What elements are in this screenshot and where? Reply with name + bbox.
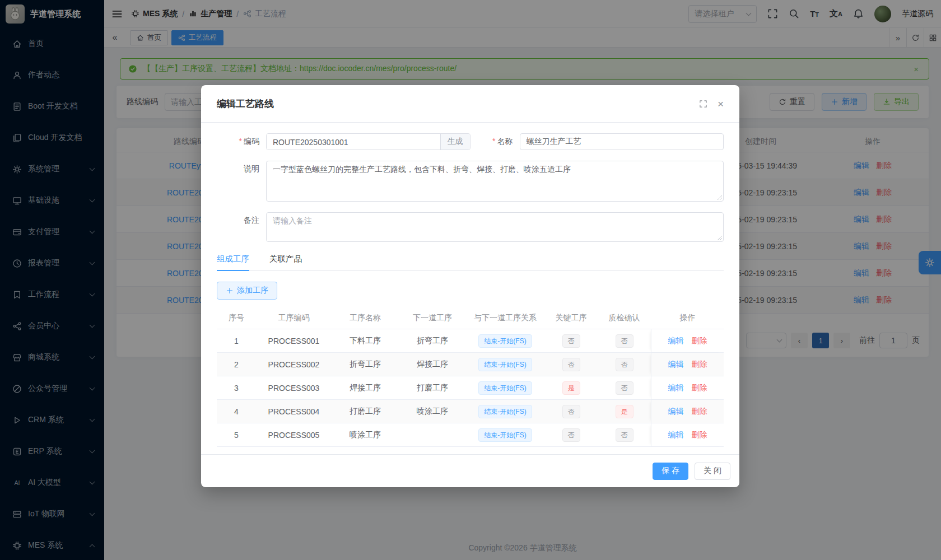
key-process-tag: 否 — [562, 334, 580, 348]
dialog-fullscreen-icon[interactable] — [699, 100, 707, 108]
app-root: 芋道管理系统 首页 作者动态 Boot 开发文档 Cloud 开发文档 系统管理… — [0, 0, 941, 560]
process-name: 喷涂工序 — [332, 430, 399, 440]
dialog-tabs: 组成工序 关联产品 — [217, 254, 724, 271]
process-row: 4 PROCESS004 打磨工序 喷涂工序 结束-开始(FS) 否 是 编辑删… — [217, 400, 724, 423]
delete-link[interactable]: 删除 — [692, 430, 707, 440]
edit-link[interactable]: 编辑 — [668, 336, 684, 346]
relation-tag: 结束-开始(FS) — [478, 334, 532, 348]
next-process: 折弯工序 — [399, 336, 466, 346]
key-process-tag: 否 — [562, 428, 580, 442]
relation-tag: 结束-开始(FS) — [478, 358, 532, 371]
seq: 3 — [217, 384, 256, 393]
next-process: 打磨工序 — [399, 383, 466, 393]
required-mark: * — [492, 137, 495, 146]
process-code: PROCESS002 — [256, 360, 332, 369]
close-button[interactable]: 关 闭 — [695, 463, 730, 480]
process-name: 焊接工序 — [332, 383, 399, 393]
edit-link[interactable]: 编辑 — [668, 407, 684, 417]
qc-confirm-tag: 否 — [616, 334, 633, 348]
delete-link[interactable]: 删除 — [692, 407, 707, 417]
seq: 2 — [217, 360, 256, 369]
plus-icon — [226, 287, 234, 295]
key-process-tag: 否 — [562, 358, 580, 371]
remark-label: 备注 — [217, 212, 266, 226]
dialog-header: 编辑工艺路线 × — [201, 85, 739, 123]
name-label: 名称 — [497, 137, 513, 146]
dialog-body: *编码 生成 *名称 说明 — [201, 123, 739, 447]
name-field-group: *名称 — [470, 133, 724, 150]
process-table-header: 序号 工序编码 工序名称 下一道工序 与下一道工序关系 关键工序 质检确认 操作 — [217, 307, 724, 329]
delete-link[interactable]: 删除 — [692, 336, 707, 346]
process-row: 1 PROCESS001 下料工序 折弯工序 结束-开始(FS) 否 否 编辑删… — [217, 329, 724, 353]
name-input[interactable] — [520, 133, 724, 150]
process-name: 折弯工序 — [332, 360, 399, 370]
form-row-remark: 备注 — [217, 212, 724, 242]
process-row: 2 PROCESS002 折弯工序 焊接工序 结束-开始(FS) 否 否 编辑删… — [217, 353, 724, 376]
qc-confirm-tag: 否 — [616, 381, 633, 395]
edit-link[interactable]: 编辑 — [668, 383, 684, 393]
process-code: PROCESS001 — [256, 337, 332, 346]
dialog-header-tools: × — [699, 99, 724, 109]
relation-tag: 结束-开始(FS) — [478, 381, 532, 395]
desc-textarea[interactable]: 一字型蓝色螺丝刀的完整生产工艺路线，包含下料、折弯、焊接、打磨、喷涂五道工序 — [266, 161, 724, 202]
key-process-tag: 否 — [562, 405, 580, 418]
process-code: PROCESS004 — [256, 407, 332, 416]
process-table: 序号 工序编码 工序名称 下一道工序 与下一道工序关系 关键工序 质检确认 操作… — [217, 307, 724, 447]
seq: 1 — [217, 337, 256, 346]
required-mark: * — [239, 137, 242, 146]
qc-confirm-tag: 否 — [616, 428, 633, 442]
seq: 5 — [217, 431, 256, 440]
add-process-button[interactable]: 添加工序 — [217, 282, 277, 300]
save-button[interactable]: 保 存 — [653, 463, 688, 480]
generate-button[interactable]: 生成 — [440, 134, 470, 150]
delete-link[interactable]: 删除 — [692, 360, 707, 370]
dialog-close-icon[interactable]: × — [718, 99, 724, 109]
code-input[interactable] — [267, 134, 440, 150]
relation-tag: 结束-开始(FS) — [478, 405, 532, 418]
next-process: 喷涂工序 — [399, 407, 466, 417]
tab-products[interactable]: 关联产品 — [269, 254, 302, 270]
process-row: 3 PROCESS003 焊接工序 打磨工序 结束-开始(FS) 是 否 编辑删… — [217, 376, 724, 400]
form-row-desc: 说明 一字型蓝色螺丝刀的完整生产工艺路线，包含下料、折弯、焊接、打磨、喷涂五道工… — [217, 161, 724, 202]
edit-route-dialog: 编辑工艺路线 × *编码 生成 *名称 — [201, 85, 739, 487]
tab-processes[interactable]: 组成工序 — [217, 254, 249, 270]
edit-link[interactable]: 编辑 — [668, 430, 684, 440]
seq: 4 — [217, 407, 256, 416]
qc-confirm-tag: 否 — [616, 358, 633, 371]
code-field-group: *编码 生成 — [217, 133, 470, 150]
process-name: 打磨工序 — [332, 407, 399, 417]
dialog-title: 编辑工艺路线 — [217, 97, 274, 110]
qc-confirm-tag: 是 — [616, 405, 633, 418]
delete-link[interactable]: 删除 — [692, 383, 707, 393]
key-process-tag: 是 — [562, 381, 580, 395]
next-process: 焊接工序 — [399, 360, 466, 370]
remark-textarea[interactable] — [266, 212, 724, 242]
process-row: 5 PROCESS005 喷涂工序 结束-开始(FS) 否 否 编辑删除 — [217, 423, 724, 447]
process-code: PROCESS003 — [256, 384, 332, 393]
code-label: 编码 — [244, 137, 259, 146]
edit-link[interactable]: 编辑 — [668, 360, 684, 370]
process-code: PROCESS005 — [256, 431, 332, 440]
desc-label: 说明 — [217, 161, 266, 174]
form-row-code-name: *编码 生成 *名称 — [217, 133, 724, 150]
dialog-footer: 保 存 关 闭 — [201, 454, 739, 487]
process-name: 下料工序 — [332, 336, 399, 346]
relation-tag: 结束-开始(FS) — [478, 428, 532, 442]
